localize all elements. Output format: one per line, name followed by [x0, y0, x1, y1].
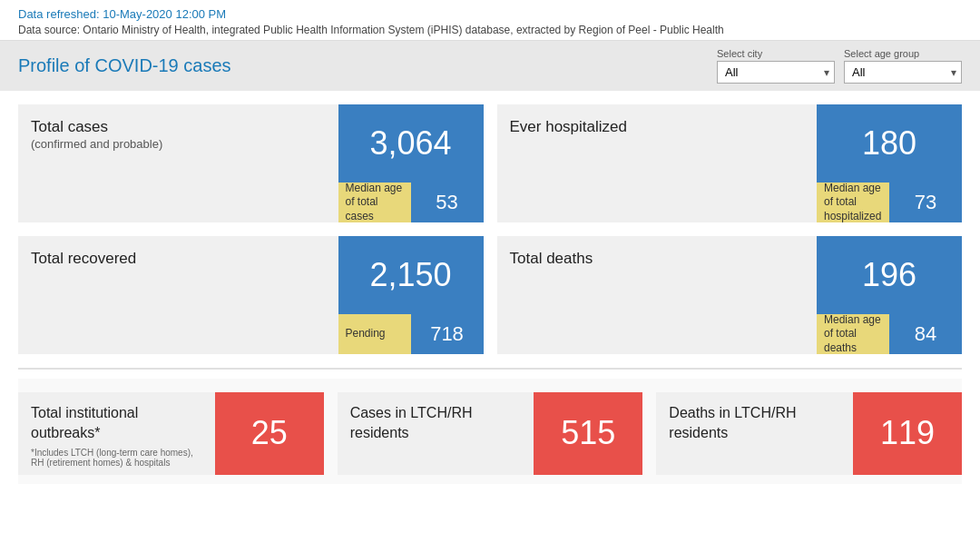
sub-row-deaths: Median age of total deaths 84 — [817, 314, 962, 354]
bottom-card-title-cases-ltch: Cases in LTCH/RH residents — [350, 403, 524, 444]
institutional-outbreaks-card: Total institutional outbreaks* *Includes… — [18, 392, 324, 475]
card-content: Ever hospitalized 180 Median age of tota… — [497, 104, 963, 222]
card-title-hospitalized: Ever hospitalized — [510, 117, 807, 137]
page-title: Profile of COVID-19 cases — [18, 55, 231, 76]
sub-row-total-cases: Median age of total cases 53 — [338, 183, 484, 222]
bottom-card-value-cases-ltch: 515 — [534, 392, 642, 475]
card-left: Total deaths — [497, 236, 818, 354]
card-content: Total cases (confirmed and probable) 3,0… — [18, 104, 484, 222]
main-value-hospitalized: 180 — [817, 104, 962, 183]
sub-value-recovered: 718 — [411, 314, 484, 354]
filters: Select city All Select age group All — [717, 48, 962, 84]
bottom-card-left: Total institutional outbreaks* *Includes… — [18, 392, 215, 475]
sub-label-recovered: Pending — [338, 314, 411, 354]
sub-value-hospitalized: 73 — [889, 183, 962, 222]
sub-value-total-cases: 53 — [411, 183, 484, 222]
sub-label-hospitalized: Median age of total hospitalized — [817, 183, 889, 222]
card-subtitle-total-cases: (confirmed and probable) — [31, 137, 328, 151]
refresh-datetime: Data refreshed: 10-May-2020 12:00 PM — [18, 7, 226, 21]
age-filter-group: Select age group All — [844, 48, 962, 84]
deaths-card: Total deaths 196 Median age of total dea… — [497, 236, 963, 354]
card-content: Total recovered 2,150 Pending 718 — [18, 236, 484, 354]
age-select[interactable]: All — [844, 61, 962, 84]
recovered-card: Total recovered 2,150 Pending 718 — [18, 236, 484, 354]
source-text: Data source: Ontario Ministry of Health,… — [18, 24, 962, 36]
card-title-recovered: Total recovered — [31, 249, 328, 269]
age-filter-label: Select age group — [844, 48, 962, 59]
main-value-deaths: 196 — [817, 236, 962, 314]
card-right-total-cases: 3,064 Median age of total cases 53 — [338, 104, 484, 222]
city-filter-label: Select city — [717, 48, 835, 59]
city-select[interactable]: All — [717, 61, 835, 84]
card-right-recovered: 2,150 Pending 718 — [338, 236, 484, 354]
cases-ltch-card: Cases in LTCH/RH residents 515 — [338, 392, 643, 475]
main-content: Total cases (confirmed and probable) 3,0… — [0, 91, 980, 493]
card-right-hospitalized: 180 Median age of total hospitalized 73 — [817, 104, 962, 222]
bottom-section: Total institutional outbreaks* *Includes… — [18, 368, 962, 484]
bottom-card-value-outbreaks: 25 — [215, 392, 324, 475]
total-cases-card: Total cases (confirmed and probable) 3,0… — [18, 104, 484, 222]
top-bar: Data refreshed: 10-May-2020 12:00 PM Dat… — [0, 0, 980, 40]
card-right-deaths: 196 Median age of total deaths 84 — [817, 236, 962, 354]
bottom-card-left: Cases in LTCH/RH residents — [338, 392, 534, 475]
cards-grid: Total cases (confirmed and probable) 3,0… — [18, 104, 962, 354]
sub-label-deaths: Median age of total deaths — [817, 314, 889, 354]
sub-row-recovered: Pending 718 — [338, 314, 484, 354]
sub-value-deaths: 84 — [889, 314, 962, 354]
card-left: Ever hospitalized — [497, 104, 818, 222]
card-title-deaths: Total deaths — [510, 249, 807, 269]
bottom-card-title-deaths-ltch: Deaths in LTCH/RH residents — [669, 403, 842, 444]
sub-row-hospitalized: Median age of total hospitalized 73 — [817, 183, 962, 222]
header-row: Profile of COVID-19 cases Select city Al… — [0, 40, 980, 91]
main-value-recovered: 2,150 — [338, 236, 484, 314]
age-select-wrapper[interactable]: All — [844, 61, 962, 84]
bottom-card-value-deaths-ltch: 119 — [853, 392, 962, 475]
refresh-text: Data refreshed: 10-May-2020 12:00 PM — [18, 7, 962, 21]
card-title-total-cases: Total cases — [31, 117, 328, 137]
sub-label-total-cases: Median age of total cases — [338, 183, 411, 222]
main-value-total-cases: 3,064 — [338, 104, 484, 183]
city-select-wrapper[interactable]: All — [717, 61, 835, 84]
bottom-cards: Total institutional outbreaks* *Includes… — [18, 379, 962, 484]
card-left: Total cases (confirmed and probable) — [18, 104, 338, 222]
city-filter-group: Select city All — [717, 48, 835, 84]
bottom-card-note-outbreaks: *Includes LTCH (long-term care homes), R… — [31, 448, 204, 468]
deaths-ltch-card: Deaths in LTCH/RH residents 119 — [656, 392, 962, 475]
card-content: Total deaths 196 Median age of total dea… — [497, 236, 963, 354]
bottom-card-left: Deaths in LTCH/RH residents — [656, 392, 853, 475]
card-left: Total recovered — [18, 236, 338, 354]
hospitalized-card: Ever hospitalized 180 Median age of tota… — [497, 104, 963, 222]
bottom-card-title-outbreaks: Total institutional outbreaks* — [31, 403, 204, 444]
